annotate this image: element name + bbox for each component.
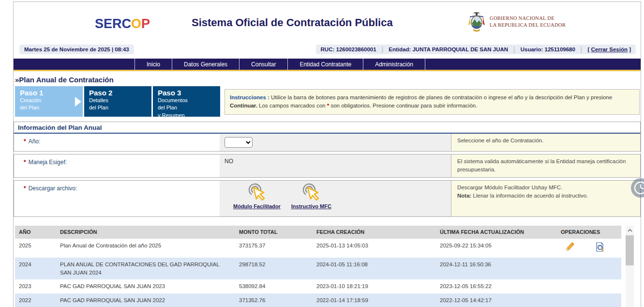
- header-fecha-creacion: FECHA CREACIÓN: [313, 226, 436, 239]
- pencil-icon: [564, 242, 574, 252]
- descargar-value-cell: Módulo Facilitador Instructivo MFC: [220, 181, 451, 216]
- step-title: Paso 2: [89, 89, 147, 97]
- plans-table: AÑO DESCRIPCIÓN MONTO TOTAL FECHA CREACI…: [15, 226, 621, 307]
- esigef-value: NO: [220, 154, 451, 177]
- step-subtitle: del Plan: [89, 104, 147, 111]
- cell-monto: 371352.76: [235, 293, 313, 307]
- government-logo: GOBIERNO NACIONAL DE LA REPUBLICA DEL EC…: [467, 11, 566, 33]
- header-ano: AÑO: [15, 226, 56, 239]
- system-title: Sistema Oficial de Contratación Pública: [192, 16, 393, 29]
- separator: │: [378, 46, 387, 52]
- cell-descripcion: PAC GAD PARROQUIAL SAN JUAN 2023: [56, 279, 235, 293]
- instructions-bold: Continuar.: [230, 103, 257, 108]
- cell-descripcion: Plan Anual de Contratación del año 2025: [56, 239, 235, 258]
- bracket: ]: [628, 46, 631, 52]
- table-row: 2024PLAN ANUAL DE CONTRATACIONES DEL GAD…: [15, 258, 621, 279]
- ruc-value: 1260023860001: [336, 46, 376, 52]
- step-subtitle: Detalles: [89, 97, 147, 104]
- cell-ano: 2024: [15, 258, 56, 279]
- chevron-up-icon: [628, 229, 632, 232]
- table-scrollbar[interactable]: [626, 226, 634, 307]
- step-paso-3[interactable]: Paso 3 Documentos del Plan y Resumen: [153, 86, 220, 117]
- nav-item-consultar[interactable]: Consultar: [240, 59, 288, 70]
- plans-table-region: AÑO DESCRIPCIÓN MONTO TOTAL FECHA CREACI…: [14, 226, 641, 307]
- header-monto-total: MONTO TOTAL: [235, 226, 313, 239]
- plan-info-section: Información del Plan Anual *Año: Selecci…: [14, 122, 641, 217]
- step-title: Paso 3: [158, 89, 215, 97]
- modulo-facilitador-link[interactable]: Módulo Facilitador: [233, 203, 281, 209]
- instructivo-mfc-link[interactable]: Instructivo MFC: [291, 203, 331, 209]
- required-asterisk: *: [24, 185, 26, 192]
- view-plan-button[interactable]: [595, 242, 605, 255]
- step-subtitle: Creación: [20, 97, 78, 104]
- download-click-icon: [247, 183, 267, 203]
- logo-text-p: P: [141, 16, 150, 31]
- cell-creacion: 2025-01-13 14:05:03: [313, 239, 436, 258]
- cell-creacion: 2024-01-05 11:16:08: [313, 258, 436, 279]
- separator: │: [577, 46, 586, 52]
- nav-item-entidad-contratante[interactable]: Entidad Contratante: [288, 59, 363, 70]
- wizard-steps: Paso 1 Creación del Plan Paso 2 Detalles…: [15, 86, 640, 117]
- cell-descripcion: PAC GAD PARROQUIAL SAN JUAN 2022: [56, 293, 235, 307]
- sercop-logo: SERCOP: [95, 16, 150, 31]
- scrollbar-thumb[interactable]: [626, 235, 634, 265]
- form-row-esigef: *Maneja Esigef: NO El sistema valida aut…: [14, 154, 641, 178]
- cell-monto: 373175.37: [235, 239, 313, 258]
- year-select[interactable]: [225, 137, 253, 148]
- table-row: 2022PAC GAD PARROQUIAL SAN JUAN 20223713…: [15, 293, 621, 307]
- nav-item-inicio[interactable]: Inicio: [135, 59, 172, 70]
- cell-actualizacion: 2025-09-22 15:34:05: [436, 239, 557, 258]
- step-paso-1[interactable]: Paso 1 Creación del Plan: [15, 86, 83, 117]
- entidad-value: JUNTA PARROQUIAL DE SAN JUAN: [412, 46, 508, 52]
- document-search-icon: [595, 242, 605, 252]
- download-click-icon: [301, 183, 321, 203]
- edit-plan-button[interactable]: [564, 242, 574, 255]
- cerrar-sesion-link[interactable]: Cerrar Sesión: [591, 46, 628, 52]
- instructions-text: Utilice la barra de botones para manteni…: [271, 94, 612, 100]
- datetime-badge: Martes 25 de Noviembre de 2025 | 08:43: [19, 45, 134, 54]
- history-clock-button[interactable]: [630, 177, 644, 199]
- step-subtitle: del Plan: [158, 104, 215, 111]
- ano-value-cell: [220, 134, 451, 151]
- scroll-up-button[interactable]: [626, 226, 634, 235]
- instructions-label: Instrucciones :: [230, 94, 270, 100]
- label-text: Descargar archivo:: [29, 185, 77, 192]
- nota-label: Nota:: [457, 193, 471, 199]
- info-bar: Martes 25 de Noviembre de 2025 | 08:43 R…: [14, 45, 641, 54]
- instructivo-mfc-download[interactable]: Instructivo MFC: [291, 183, 331, 209]
- form-row-ano: *Año: Seleccione el año de Contratación.: [14, 134, 641, 152]
- ruc-label: RUC:: [321, 46, 335, 52]
- descargar-help: Descargar Módulo Facilitador Ushay MFC. …: [451, 181, 640, 216]
- required-asterisk: *: [24, 159, 26, 166]
- gov-text-line1: GOBIERNO NACIONAL DE: [490, 15, 566, 22]
- cell-ano: 2025: [15, 239, 56, 258]
- ecuador-coat-of-arms-icon: [467, 11, 486, 33]
- required-asterisk: *: [24, 138, 26, 145]
- logo-swirl-o: O: [131, 16, 141, 31]
- header-descripcion: DESCRIPCIÓN: [56, 226, 235, 239]
- cell-ano: 2022: [15, 293, 56, 307]
- separator: │: [509, 46, 519, 52]
- entidad-label: Entidad:: [389, 46, 411, 52]
- government-logo-text: GOBIERNO NACIONAL DE LA REPUBLICA DEL EC…: [490, 15, 566, 29]
- step-subtitle: del Plan: [20, 104, 78, 111]
- section-title: Información del Plan Anual: [14, 122, 641, 134]
- bracket: [: [588, 46, 591, 52]
- help-line: Nota: Llenar la información de acuerdo a…: [457, 192, 634, 200]
- main-nav: Inicio Datos Generales Consultar Entidad…: [14, 59, 641, 71]
- cell-operaciones: [557, 279, 621, 293]
- ano-label: *Año:: [14, 134, 220, 151]
- cell-actualizacion: 2024-12-11 16:50:36: [436, 258, 557, 279]
- step-paso-2[interactable]: Paso 2 Detalles del Plan: [84, 86, 151, 117]
- modulo-facilitador-download[interactable]: Módulo Facilitador: [233, 183, 281, 209]
- label-text: Maneja Esigef:: [29, 159, 67, 166]
- cell-operaciones: [557, 239, 621, 258]
- cell-actualizacion: 2023-12-05 16:55:22: [436, 279, 557, 293]
- cell-monto: 538092.84: [235, 279, 313, 293]
- nav-item-administracion[interactable]: Administración: [363, 59, 425, 70]
- content-frame: SERCOP Sistema Oficial de Contratación P…: [13, 1, 641, 307]
- instructions-box: Instrucciones : Utilice la barra de boto…: [225, 89, 640, 115]
- page: SERCOP Sistema Oficial de Contratación P…: [0, 0, 644, 307]
- nav-item-datos-generales[interactable]: Datos Generales: [172, 59, 240, 70]
- usuario-value: 1251109680: [545, 46, 575, 52]
